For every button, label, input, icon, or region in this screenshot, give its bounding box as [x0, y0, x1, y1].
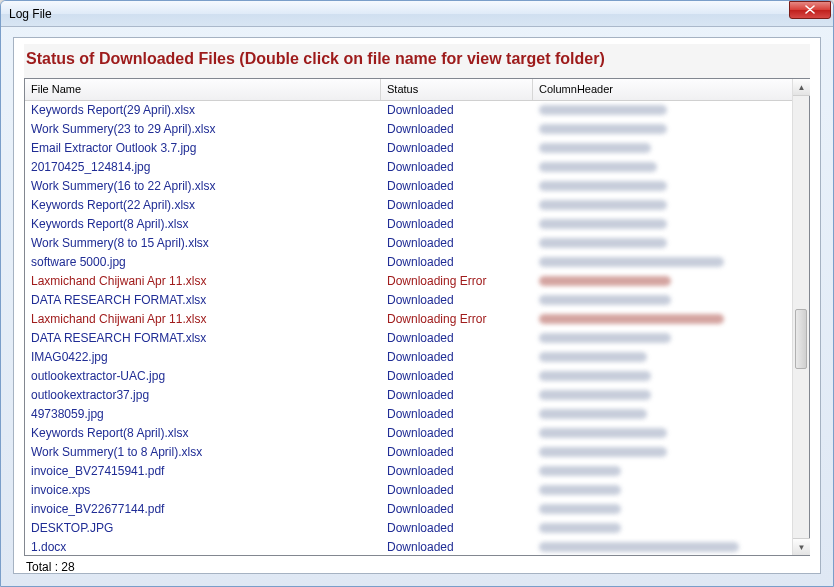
blurred-text	[539, 124, 667, 134]
cell-file-name[interactable]: invoice.xps	[25, 481, 381, 500]
cell-file-name[interactable]: Work Summery(1 to 8 April).xlsx	[25, 443, 381, 462]
cell-file-name[interactable]: software 5000.jpg	[25, 253, 381, 272]
table-row[interactable]: Work Summery(23 to 29 April).xlsxDownloa…	[25, 120, 792, 139]
table-row[interactable]: Keywords Report(22 April).xlsxDownloaded	[25, 196, 792, 215]
table-row[interactable]: Laxmichand Chijwani Apr 11.xlsxDownloadi…	[25, 310, 792, 329]
cell-file-name[interactable]: DATA RESEARCH FORMAT.xlsx	[25, 291, 381, 310]
cell-file-name[interactable]: Keywords Report(29 April).xlsx	[25, 101, 381, 120]
cell-status: Downloaded	[381, 253, 533, 272]
cell-file-name[interactable]: DATA RESEARCH FORMAT.xlsx	[25, 329, 381, 348]
table-row[interactable]: 20170425_124814.jpgDownloaded	[25, 158, 792, 177]
column-header[interactable]: ColumnHeader	[533, 79, 809, 100]
cell-column-header	[533, 481, 792, 500]
cell-status: Downloading Error	[381, 272, 533, 291]
blurred-text	[539, 447, 667, 457]
cell-file-name[interactable]: Keywords Report(8 April).xlsx	[25, 215, 381, 234]
cell-file-name[interactable]: invoice_BV27415941.pdf	[25, 462, 381, 481]
blurred-text	[539, 485, 621, 495]
table-row[interactable]: 49738059.jpgDownloaded	[25, 405, 792, 424]
title-bar[interactable]: Log File	[1, 1, 833, 27]
cell-column-header	[533, 120, 792, 139]
log-file-window: Log File Status of Downloaded Files (Dou…	[0, 0, 834, 587]
scroll-up-arrow-icon[interactable]: ▲	[793, 79, 810, 96]
blurred-text	[539, 200, 667, 210]
cell-status: Downloaded	[381, 519, 533, 538]
cell-status: Downloaded	[381, 101, 533, 120]
blurred-text	[539, 276, 671, 286]
cell-file-name[interactable]: outlookextractor-UAC.jpg	[25, 367, 381, 386]
blurred-text	[539, 409, 647, 419]
blurred-text	[539, 352, 647, 362]
cell-file-name[interactable]: Laxmichand Chijwani Apr 11.xlsx	[25, 272, 381, 291]
cell-file-name[interactable]: invoice_BV22677144.pdf	[25, 500, 381, 519]
table-row[interactable]: DATA RESEARCH FORMAT.xlsxDownloaded	[25, 291, 792, 310]
cell-file-name[interactable]: outlookextractor37.jpg	[25, 386, 381, 405]
blurred-text	[539, 504, 621, 514]
cell-column-header	[533, 253, 792, 272]
table-row[interactable]: Work Summery(16 to 22 April).xlsxDownloa…	[25, 177, 792, 196]
column-file-name[interactable]: File Name	[25, 79, 381, 100]
table-row[interactable]: invoice.xpsDownloaded	[25, 481, 792, 500]
cell-file-name[interactable]: Keywords Report(22 April).xlsx	[25, 196, 381, 215]
blurred-text	[539, 390, 651, 400]
table-row[interactable]: Email Extractor Outlook 3.7.jpgDownloade…	[25, 139, 792, 158]
cell-column-header	[533, 329, 792, 348]
table-row[interactable]: IMAG0422.jpgDownloaded	[25, 348, 792, 367]
cell-file-name[interactable]: 49738059.jpg	[25, 405, 381, 424]
table-row[interactable]: Keywords Report(29 April).xlsxDownloaded	[25, 101, 792, 120]
table-row[interactable]: software 5000.jpgDownloaded	[25, 253, 792, 272]
cell-column-header	[533, 139, 792, 158]
cell-column-header	[533, 348, 792, 367]
cell-column-header	[533, 519, 792, 538]
status-line: Total : 28	[24, 556, 810, 576]
close-icon	[805, 5, 815, 14]
table-row[interactable]: invoice_BV27415941.pdfDownloaded	[25, 462, 792, 481]
table-row[interactable]: outlookextractor-UAC.jpgDownloaded	[25, 367, 792, 386]
table-row[interactable]: DATA RESEARCH FORMAT.xlsxDownloaded	[25, 329, 792, 348]
cell-file-name[interactable]: Laxmichand Chijwani Apr 11.xlsx	[25, 310, 381, 329]
cell-status: Downloaded	[381, 405, 533, 424]
cell-column-header	[533, 234, 792, 253]
cell-status: Downloaded	[381, 158, 533, 177]
table-row[interactable]: Keywords Report(8 April).xlsxDownloaded	[25, 424, 792, 443]
cell-column-header	[533, 310, 792, 329]
files-table: File Name Status ColumnHeader Keywords R…	[24, 78, 810, 556]
table-row[interactable]: Work Summery(8 to 15 April).xlsxDownload…	[25, 234, 792, 253]
cell-column-header	[533, 101, 792, 120]
cell-file-name[interactable]: Email Extractor Outlook 3.7.jpg	[25, 139, 381, 158]
table-row[interactable]: outlookextractor37.jpgDownloaded	[25, 386, 792, 405]
scroll-down-arrow-icon[interactable]: ▼	[793, 538, 810, 555]
table-row[interactable]: Keywords Report(8 April).xlsxDownloaded	[25, 215, 792, 234]
blurred-text	[539, 295, 671, 305]
table-row[interactable]: Work Summery(1 to 8 April).xlsxDownloade…	[25, 443, 792, 462]
cell-status: Downloaded	[381, 386, 533, 405]
cell-column-header	[533, 462, 792, 481]
table-row[interactable]: DESKTOP.JPGDownloaded	[25, 519, 792, 538]
total-value: 28	[61, 560, 74, 574]
cell-column-header	[533, 443, 792, 462]
blurred-text	[539, 105, 667, 115]
cell-column-header	[533, 424, 792, 443]
cell-file-name[interactable]: Work Summery(23 to 29 April).xlsx	[25, 120, 381, 139]
cell-file-name[interactable]: 20170425_124814.jpg	[25, 158, 381, 177]
cell-column-header	[533, 215, 792, 234]
table-row[interactable]: 1.docxDownloaded	[25, 538, 792, 555]
column-status[interactable]: Status	[381, 79, 533, 100]
table-row[interactable]: Laxmichand Chijwani Apr 11.xlsxDownloadi…	[25, 272, 792, 291]
cell-status: Downloaded	[381, 291, 533, 310]
vertical-scrollbar[interactable]: ▲ ▼	[792, 79, 809, 555]
close-button[interactable]	[789, 1, 831, 19]
table-body: Keywords Report(29 April).xlsxDownloaded…	[25, 101, 792, 555]
cell-file-name[interactable]: Work Summery(16 to 22 April).xlsx	[25, 177, 381, 196]
blurred-text	[539, 257, 724, 267]
cell-file-name[interactable]: Work Summery(8 to 15 April).xlsx	[25, 234, 381, 253]
table-row[interactable]: invoice_BV22677144.pdfDownloaded	[25, 500, 792, 519]
cell-file-name[interactable]: IMAG0422.jpg	[25, 348, 381, 367]
cell-file-name[interactable]: 1.docx	[25, 538, 381, 555]
cell-status: Downloaded	[381, 196, 533, 215]
cell-column-header	[533, 367, 792, 386]
scroll-thumb[interactable]	[795, 309, 807, 369]
cell-file-name[interactable]: DESKTOP.JPG	[25, 519, 381, 538]
cell-column-header	[533, 196, 792, 215]
cell-file-name[interactable]: Keywords Report(8 April).xlsx	[25, 424, 381, 443]
